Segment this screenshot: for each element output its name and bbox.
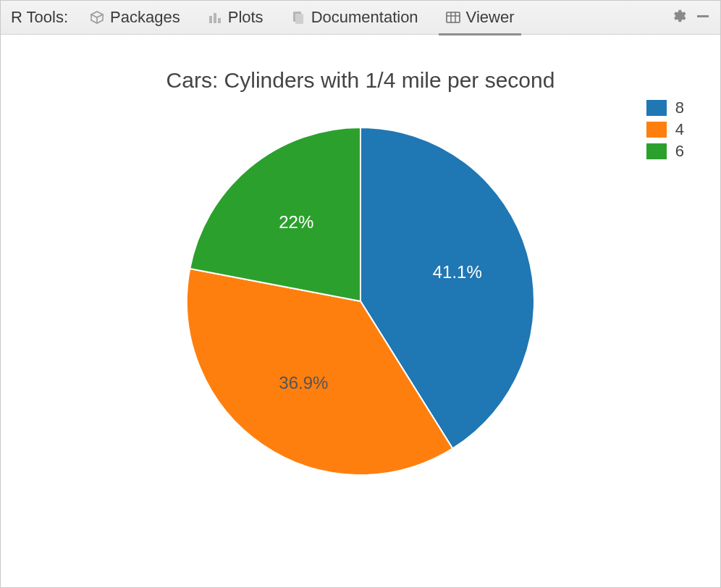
chart-wrap: 41.1%36.9%22% 8 4 6 [15, 98, 706, 567]
legend-swatch [646, 122, 667, 138]
svg-rect-2 [218, 18, 221, 23]
package-icon [90, 10, 104, 25]
slice-label: 41.1% [433, 262, 482, 282]
legend-label: 6 [675, 142, 684, 161]
legend-item[interactable]: 6 [646, 142, 684, 161]
svg-rect-0 [209, 16, 212, 23]
toolbar-title: R Tools: [11, 8, 68, 27]
viewer-icon [446, 10, 460, 25]
tab-packages[interactable]: Packages [83, 1, 187, 34]
legend-swatch [646, 100, 667, 116]
documents-icon [291, 10, 305, 25]
legend: 8 4 6 [646, 98, 684, 161]
svg-rect-4 [295, 14, 303, 24]
legend-item[interactable]: 4 [646, 120, 684, 139]
toolbar: R Tools: Packages Plots Documentation Vi… [1, 1, 720, 35]
tab-plots[interactable]: Plots [201, 1, 271, 34]
legend-label: 4 [675, 120, 684, 139]
plots-icon [208, 10, 222, 25]
gear-icon [670, 8, 686, 27]
legend-item[interactable]: 8 [646, 98, 684, 117]
pie-chart: 41.1%36.9%22% [158, 98, 563, 504]
tab-viewer[interactable]: Viewer [439, 0, 522, 35]
minimize-icon [696, 9, 710, 26]
r-tools-panel: R Tools: Packages Plots Documentation Vi… [0, 0, 721, 588]
minimize-button[interactable] [693, 7, 713, 28]
svg-rect-5 [447, 12, 460, 22]
legend-swatch [646, 143, 667, 159]
svg-rect-9 [697, 15, 709, 17]
settings-button[interactable] [668, 7, 688, 28]
tab-label: Packages [110, 8, 180, 27]
svg-rect-1 [214, 13, 216, 23]
slice-label: 22% [279, 212, 313, 232]
tab-label: Viewer [466, 8, 515, 27]
tab-label: Plots [228, 8, 263, 27]
viewer-area: Cars: Cylinders with 1/4 mile per second… [1, 35, 720, 587]
slice-label: 36.9% [279, 373, 328, 392]
tab-documentation[interactable]: Documentation [284, 1, 426, 34]
legend-label: 8 [675, 98, 684, 117]
tab-label: Documentation [311, 8, 418, 27]
chart-title: Cars: Cylinders with 1/4 mile per second [15, 68, 706, 93]
